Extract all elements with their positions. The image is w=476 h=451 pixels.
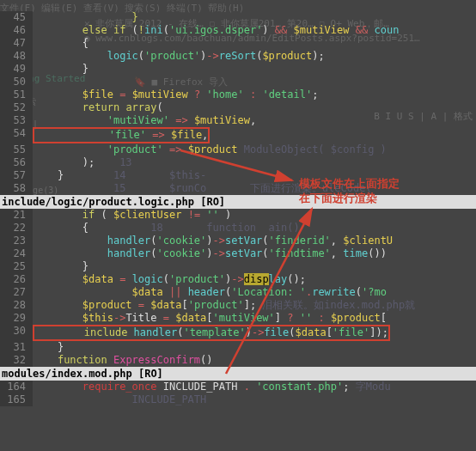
code-line[interactable]: 54 'file' => $file, <box>0 127 476 143</box>
gutter-line-number: 28 <box>0 299 33 312</box>
gutter-line-number: 24 <box>0 247 33 260</box>
code-line[interactable]: 24 handler('cookie')->setVar('findtime',… <box>0 247 476 260</box>
gutter-line-number: 26 <box>0 273 33 286</box>
gutter-line-number: 48 <box>0 50 33 63</box>
gutter-line-number: 30 <box>0 325 33 341</box>
status-bar-2: modules/index.mod.php [RO] <box>0 367 476 381</box>
gutter-line-number: 22 <box>0 222 33 235</box>
code-line[interactable]: 58 15 $runCo 下面进行渲染。uleCode( <box>0 182 476 195</box>
gutter-line-number: 45 <box>0 11 33 24</box>
code-line[interactable]: 47 { <box>0 37 476 50</box>
code-line[interactable]: 21 if ( $clientUser != '' ) <box>0 209 476 222</box>
annotation-line1: 模板文件在上面指定 <box>299 176 400 192</box>
gutter-line-number: 50 <box>0 76 33 88</box>
highlight-box: 'file' => $file, <box>33 127 210 143</box>
code-line[interactable]: 28 $product = $data['product']; 泪相关联。如in… <box>0 299 476 312</box>
gutter-line-number: 57 <box>0 169 33 182</box>
gutter-line-number: 31 <box>0 341 33 354</box>
code-line[interactable]: 165 INCLUDE_PATH <box>0 393 476 406</box>
gutter-line-number: 46 <box>0 24 33 37</box>
code-line[interactable]: 56 ); 13 <box>0 156 476 169</box>
code-line[interactable]: 55 'product' => $product ModuleObject( $… <box>0 143 476 156</box>
code-line[interactable]: 31 } <box>0 341 476 354</box>
code-line[interactable]: 25 } <box>0 260 476 273</box>
gutter-line-number: 54 <box>0 127 33 143</box>
gutter-line-number: 29 <box>0 312 33 325</box>
code-line[interactable]: 45 } <box>0 11 476 24</box>
code-pane-1[interactable]: 45 }46 else if (!ini('ui.igos.dsper') &&… <box>0 11 476 195</box>
gutter-line-number: 53 <box>0 114 33 127</box>
gutter-line-number: 51 <box>0 88 33 101</box>
gutter-line-number: 49 <box>0 63 33 76</box>
gutter-line-number: 23 <box>0 235 33 247</box>
code-line[interactable]: 27 $data || header('Location: '.rewrite(… <box>0 286 476 299</box>
code-line[interactable]: 32 function ExpressConfirm() <box>0 354 476 367</box>
code-line[interactable]: 49 } <box>0 63 476 76</box>
gutter-line-number: 27 <box>0 286 33 299</box>
gutter-line-number: 47 <box>0 37 33 50</box>
code-line[interactable]: 52 return array( <box>0 101 476 114</box>
code-line[interactable]: 48 logic('product')->reSort($product); <box>0 50 476 63</box>
gutter-line-number: 52 <box>0 101 33 114</box>
code-line[interactable]: 53 'mutiView' => $mutiView, <box>0 114 476 127</box>
code-line[interactable]: 26 $data = logic('product')->display(); <box>0 273 476 286</box>
code-line[interactable]: 57 } 14 $this- <box>0 169 476 182</box>
gutter-line-number: 25 <box>0 260 33 273</box>
gutter-line-number: 56 <box>0 156 33 169</box>
code-pane-3[interactable]: 164 require_once INCLUDE_PATH . 'constan… <box>0 381 476 406</box>
code-line[interactable]: 30 include handler('template')->file($da… <box>0 325 476 341</box>
gutter-line-number: 58 <box>0 182 33 195</box>
gutter-line-number: 165 <box>0 393 33 406</box>
gutter-line-number: 32 <box>0 354 33 367</box>
gutter-line-number: 164 <box>0 381 33 393</box>
code-line[interactable]: 22 { 18 function ain() <box>0 222 476 235</box>
code-line[interactable]: 50 <box>0 76 476 88</box>
code-line[interactable]: 23 handler('cookie')->setVar('finderid',… <box>0 235 476 247</box>
highlight-box: include handler('template')->file($data[… <box>33 325 390 341</box>
code-line[interactable]: 46 else if (!ini('ui.igos.dsper') && $mu… <box>0 24 476 37</box>
code-line[interactable]: 51 $file = $mutiView ? 'home' : 'detail'… <box>0 88 476 101</box>
annotation-line2: 在下面进行渲染 <box>299 191 377 206</box>
code-line[interactable]: 29 $this->Title = $data['mutiView'] ? ''… <box>0 312 476 325</box>
gutter-line-number: 21 <box>0 209 33 222</box>
code-pane-2[interactable]: 21 if ( $clientUser != '' )22 { 18 funct… <box>0 209 476 367</box>
code-line[interactable]: 164 require_once INCLUDE_PATH . 'constan… <box>0 381 476 393</box>
status-bar-1: include/logic/product.logic.php [RO] <box>0 195 476 209</box>
gutter-line-number: 55 <box>0 143 33 156</box>
